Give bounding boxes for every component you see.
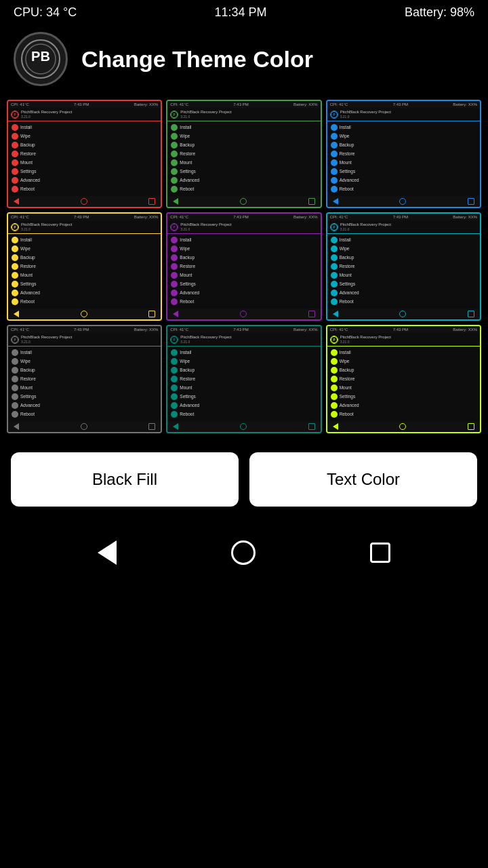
menu-item-icon	[171, 384, 178, 391]
menu-item-label: Wipe	[340, 359, 350, 363]
cpu-indicator: CPU: 34 °C	[14, 5, 77, 20]
menu-item-label: Reboot	[180, 299, 194, 304]
card-menu-item: Restore	[329, 374, 478, 383]
card-menu-item: Backup	[10, 140, 159, 149]
svg-text:P: P	[14, 338, 16, 341]
menu-item-label: Backup	[20, 142, 35, 147]
menu-item-label: Reboot	[20, 186, 35, 191]
theme-card-green[interactable]: CPI: 41°C7:43 PMBattery: XX% P PitchBlac…	[166, 100, 321, 208]
menu-item-icon	[12, 402, 18, 409]
theme-card-blue[interactable]: CPI: 41°C7:43 PMBattery: XX% P PitchBlac…	[326, 100, 481, 208]
menu-item-label: Backup	[340, 255, 354, 260]
menu-item-icon	[12, 367, 18, 374]
battery-indicator: Battery: 98%	[405, 5, 474, 20]
card-menu-item: Settings	[10, 392, 159, 401]
menu-item-label: Mount	[20, 385, 33, 390]
menu-item-icon	[171, 349, 178, 356]
menu-item-label: Restore	[180, 151, 195, 156]
menu-item-icon	[171, 367, 178, 374]
home-button[interactable]	[231, 540, 256, 565]
card-app-name: PitchBlack Recovery Project	[340, 335, 391, 339]
card-menu-item: Wipe	[169, 357, 318, 366]
svg-text:P: P	[174, 225, 176, 229]
time-display: 11:34 PM	[215, 5, 267, 20]
menu-item-icon	[331, 245, 338, 252]
card-status-bar: CPI: 41°C7:43 PMBattery: XX%	[327, 214, 480, 220]
theme-card-gray[interactable]: CPI: 41°C7:43 PMBattery: XX% P PitchBlac…	[7, 325, 162, 433]
card-logo-icon: P	[330, 223, 338, 231]
menu-item-label: Restore	[180, 264, 195, 269]
recents-button[interactable]	[370, 542, 390, 563]
footer-back-icon	[14, 311, 19, 317]
menu-item-icon	[171, 151, 178, 157]
card-logo-icon: P	[170, 223, 178, 231]
menu-item-icon	[331, 358, 338, 365]
card-menu-item: Reboot	[169, 410, 318, 418]
menu-item-label: Reboot	[180, 412, 194, 416]
card-menu-item: Reboot	[10, 410, 159, 418]
footer-home-icon	[81, 423, 87, 430]
theme-card-red[interactable]: CPI: 41°C7:43 PMBattery: XX% P PitchBlac…	[7, 100, 162, 208]
menu-item-icon	[12, 393, 18, 400]
footer-back-icon	[173, 198, 178, 205]
theme-card-lime[interactable]: CPI: 41°C7:43 PMBattery: XX% P PitchBlac…	[326, 325, 481, 433]
card-menu: Install Wipe Backup Restore Mount Settin…	[8, 121, 161, 195]
footer-home-icon	[399, 423, 406, 430]
black-fill-button[interactable]: Black Fill	[11, 452, 239, 507]
card-menu-item: Backup	[169, 253, 318, 262]
menu-item-icon	[331, 376, 338, 382]
card-app-name: PitchBlack Recovery Project	[340, 222, 391, 226]
menu-item-label: Wipe	[180, 246, 190, 251]
menu-item-icon	[331, 159, 338, 166]
card-menu-item: Restore	[10, 262, 159, 271]
card-menu-item: Restore	[169, 149, 318, 158]
card-footer	[327, 421, 480, 432]
card-menu-item: Settings	[169, 167, 318, 176]
card-menu: Install Wipe Backup Restore Mount Settin…	[8, 234, 161, 307]
theme-card-yellow[interactable]: CPI: 41°C7:43 PMBattery: XX% P PitchBlac…	[7, 212, 162, 321]
card-menu: Install Wipe Backup Restore Mount Settin…	[167, 234, 320, 307]
menu-item-icon	[331, 349, 338, 356]
theme-card-purple[interactable]: CPI: 41°C7:43 PMBattery: XX% P PitchBlac…	[166, 212, 321, 321]
menu-item-icon	[171, 177, 178, 184]
card-menu-item: Install	[169, 235, 318, 244]
card-status-bar: CPI: 41°C7:43 PMBattery: XX%	[8, 101, 161, 108]
menu-item-icon	[171, 290, 178, 296]
card-header: P PitchBlack Recovery Project 3.21.0	[167, 108, 320, 121]
card-menu-item: Advanced	[329, 176, 478, 184]
menu-item-label: Restore	[340, 264, 355, 269]
menu-item-icon	[12, 151, 18, 157]
card-menu-item: Advanced	[329, 401, 478, 410]
menu-item-label: Reboot	[180, 186, 194, 191]
menu-item-icon	[171, 358, 178, 365]
menu-item-icon	[12, 254, 18, 261]
footer-home-icon	[399, 198, 406, 205]
card-version: 3.21.0	[21, 227, 72, 231]
card-menu-item: Restore	[10, 374, 159, 383]
card-menu-item: Install	[10, 348, 159, 357]
menu-item-label: Restore	[20, 151, 36, 156]
menu-item-label: Mount	[340, 385, 352, 390]
text-color-button[interactable]: Text Color	[249, 452, 477, 507]
svg-text:P: P	[14, 225, 16, 229]
logo-svg: PB	[20, 39, 61, 79]
card-app-name: PitchBlack Recovery Project	[180, 222, 231, 226]
card-footer	[167, 309, 320, 319]
menu-item-label: Backup	[180, 368, 195, 372]
theme-card-teal[interactable]: CPI: 41°C7:43 PMBattery: XX% P PitchBlac…	[166, 325, 321, 433]
card-menu-item: Advanced	[10, 288, 159, 297]
back-button[interactable]	[98, 540, 117, 565]
menu-item-label: Settings	[20, 281, 37, 286]
menu-item-icon	[331, 237, 338, 243]
menu-item-label: Restore	[180, 376, 195, 381]
theme-card-cyan[interactable]: CPI: 41°C7:43 PMBattery: XX% P PitchBlac…	[326, 212, 481, 321]
menu-item-label: Mount	[180, 385, 192, 390]
card-menu-item: Backup	[169, 140, 318, 149]
card-footer	[8, 309, 161, 319]
menu-item-label: Wipe	[180, 134, 190, 138]
menu-item-label: Backup	[180, 142, 195, 147]
menu-item-label: Restore	[20, 264, 36, 269]
menu-item-label: Mount	[20, 273, 33, 277]
card-footer	[327, 196, 480, 207]
card-status-bar: CPI: 41°C7:43 PMBattery: XX%	[8, 326, 161, 333]
